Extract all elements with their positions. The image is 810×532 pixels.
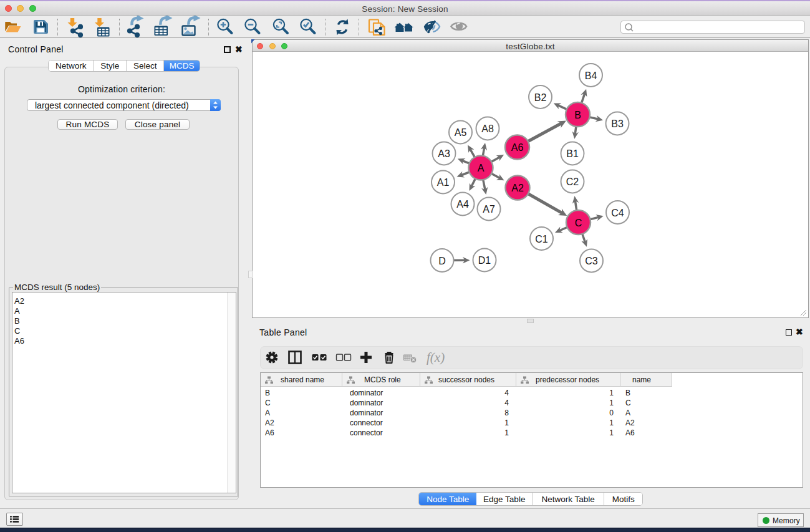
svg-text:B1: B1 — [566, 148, 579, 159]
svg-text:A5: A5 — [455, 127, 467, 138]
svg-text:C1: C1 — [535, 234, 548, 244]
svg-text:A2: A2 — [511, 183, 524, 193]
svg-text:A1: A1 — [437, 177, 450, 188]
svg-text:A: A — [478, 163, 485, 173]
svg-text:B2: B2 — [534, 92, 547, 103]
svg-text:C2: C2 — [566, 177, 579, 187]
svg-text:A6: A6 — [511, 142, 524, 153]
svg-text:A4: A4 — [456, 199, 469, 210]
svg-text:f(x): f(x) — [427, 350, 445, 365]
svg-text:B4: B4 — [585, 70, 597, 81]
svg-text:D1: D1 — [478, 255, 491, 266]
svg-text:C4: C4 — [611, 208, 624, 218]
svg-text:B: B — [574, 110, 581, 120]
svg-text:C: C — [575, 218, 582, 228]
svg-text:A8: A8 — [481, 123, 494, 134]
svg-text:D: D — [438, 256, 446, 266]
svg-text:C3: C3 — [585, 256, 598, 266]
svg-text:A3: A3 — [438, 148, 450, 159]
svg-text:A7: A7 — [483, 204, 495, 215]
svg-text:B3: B3 — [611, 118, 624, 129]
